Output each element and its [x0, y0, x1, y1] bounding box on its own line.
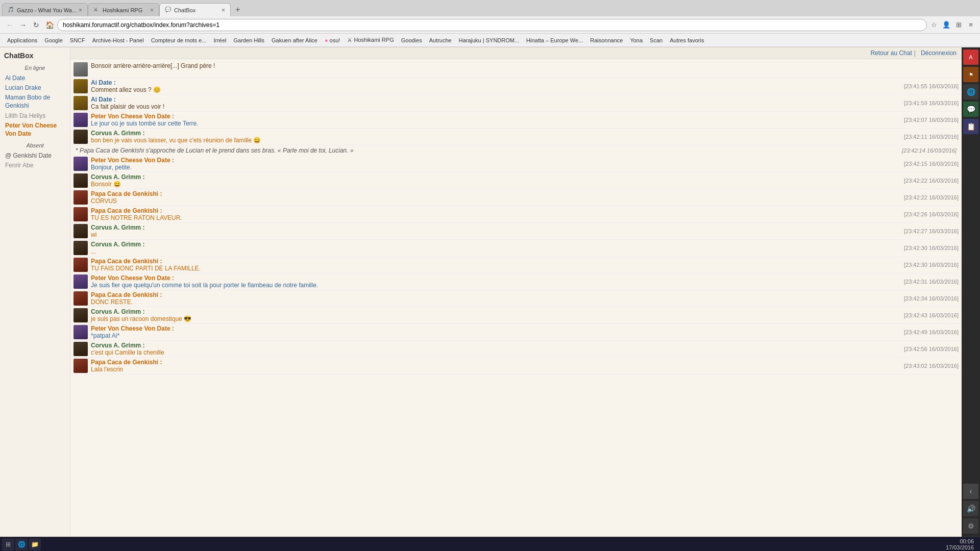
msg-username[interactable]: Ai Date :: [91, 96, 116, 103]
right-icon-3[interactable]: 🌐: [963, 84, 978, 99]
sidebar-user-lilith[interactable]: Lilith Da Hellys: [4, 112, 66, 120]
msg-username[interactable]: Peter Von Cheese Von Date :: [91, 113, 174, 120]
browser-chrome: 🎵 Gazzo - What You Wa... × ⚔ Hoshikami R…: [0, 0, 980, 47]
tab-favicon-gazzo: 🎵: [8, 7, 15, 14]
msg-timestamp: [23:42:22 16/03/2016]: [904, 194, 959, 201]
address-bar[interactable]: [57, 19, 927, 31]
message-row: Papa Caca de Genkishi : TU ES NOTRE RATO…: [70, 206, 962, 223]
msg-text: *patpat Ai*: [91, 332, 119, 339]
bookmark-hinatta[interactable]: Hinatta – Europe We...: [523, 36, 586, 44]
bookmark-yona[interactable]: Yona: [627, 36, 646, 44]
sidebar-user-fenrir[interactable]: Fenrir Abe: [4, 161, 66, 169]
right-icon-4[interactable]: 💬: [963, 102, 978, 117]
taskbar-browser[interactable]: 🌐: [15, 538, 28, 550]
sidebar-user-peter[interactable]: Peter Von Cheese Von Date: [4, 121, 66, 138]
msg-username[interactable]: Papa Caca de Genkishi :: [91, 359, 162, 366]
message-row: Peter Von Cheese Von Date : Bonjour, pet…: [70, 156, 962, 172]
back-button[interactable]: ←: [4, 19, 15, 31]
extensions-icon[interactable]: ⊞: [953, 20, 964, 30]
right-icon-collapse[interactable]: ‹: [963, 484, 978, 499]
taskbar-start[interactable]: ⊞: [2, 538, 14, 550]
bookmark-autruche[interactable]: Autruche: [426, 36, 455, 44]
tab-close-chatbox[interactable]: ×: [222, 7, 225, 14]
msg-timestamp: [23:42:07 16/03/2016]: [904, 117, 959, 123]
bookmark-hoshikami[interactable]: ⚔ Hoshikami RPG: [344, 36, 397, 44]
bookmark-autres[interactable]: Autres favoris: [667, 36, 707, 44]
msg-timestamp: [23:41:59 16/03/2016]: [904, 100, 959, 106]
msg-username[interactable]: Papa Caca de Genkishi :: [91, 207, 162, 214]
bookmark-applications[interactable]: Applications: [4, 36, 40, 44]
bookmark-garden[interactable]: Garden Hills: [231, 36, 268, 44]
chatbox-sidebar-title: ChatBox: [4, 52, 66, 60]
msg-text: TU ES NOTRE RATON LAVEUR.: [91, 214, 182, 221]
msg-text: Bonjour, petite.: [91, 164, 132, 171]
msg-username[interactable]: Corvus A. Grimm :: [91, 173, 145, 181]
msg-username[interactable]: Corvus A. Grimm :: [91, 130, 145, 137]
msg-timestamp: [23:42:11 16/03/2016]: [904, 134, 959, 140]
bookmark-star-icon[interactable]: ☆: [929, 20, 939, 30]
bookmark-harajuku[interactable]: Harajuku | SYNDROM...: [456, 36, 522, 44]
right-icon-5[interactable]: 📋: [963, 119, 978, 134]
bookmark-sncf[interactable]: SNCF: [67, 36, 88, 44]
chat-header: Retour au Chat | Déconnexion: [70, 47, 962, 59]
tab-chatbox[interactable]: 💬 ChatBox ×: [159, 3, 231, 16]
tab-favicon-hoshikami: ⚔: [93, 7, 101, 14]
message-row: Corvus A. Grimm : bon ben je vais vous l…: [70, 129, 962, 145]
tab-hoshikami[interactable]: ⚔ Hoshikami RPG ×: [88, 3, 159, 16]
msg-username[interactable]: Papa Caca de Genkishi :: [91, 291, 162, 298]
msg-timestamp: [23:42:49 16/03/2016]: [904, 329, 959, 335]
sidebar-user-genkishi[interactable]: @ Genkishi Date: [4, 152, 66, 160]
tab-close-gazzo[interactable]: ×: [79, 7, 82, 14]
chat-messages: Bonsoir arrière-arrière-arrière[...] Gra…: [70, 59, 962, 537]
bookmark-irreel[interactable]: Irréel: [210, 36, 229, 44]
msg-text: Le jour où je suis tombé sur cette Terre…: [91, 120, 199, 127]
msg-username[interactable]: Corvus A. Grimm :: [91, 241, 145, 248]
msg-username[interactable]: Corvus A. Grimm :: [91, 308, 145, 315]
bookmark-osu[interactable]: ● osu!: [322, 36, 343, 44]
bookmark-raisonnance[interactable]: Raisonnance: [587, 36, 626, 44]
msg-text: c'est qui Camille la chenille: [91, 349, 164, 356]
message-row: Peter Von Cheese Von Date : Je suis fier…: [70, 273, 962, 290]
bookmark-scan[interactable]: Scan: [647, 36, 666, 44]
bookmark-goodies[interactable]: Goodies: [398, 36, 425, 44]
msg-username[interactable]: Papa Caca de Genkishi :: [91, 190, 162, 197]
sidebar-user-maman[interactable]: Maman Bobo de Genkishi: [4, 93, 66, 110]
avatar: [74, 62, 88, 77]
msg-username[interactable]: Papa Caca de Genkishi :: [91, 258, 162, 265]
msg-text: TU FAIS DONC PARTI DE LA FAMILLE.: [91, 265, 201, 272]
msg-username[interactable]: Peter Von Cheese Von Date :: [91, 274, 174, 282]
sidebar-user-lucian[interactable]: Lucian Drake: [4, 84, 66, 92]
msg-username[interactable]: Peter Von Cheese Von Date :: [91, 325, 174, 332]
right-icon-bottom[interactable]: ⚙: [963, 518, 978, 534]
user-icon[interactable]: 👤: [941, 20, 951, 30]
msg-username[interactable]: Corvus A. Grimm :: [91, 342, 145, 349]
bookmark-gakuen[interactable]: Gakuen after Alice: [268, 36, 321, 44]
msg-username[interactable]: Corvus A. Grimm :: [91, 224, 145, 231]
menu-icon[interactable]: ≡: [966, 20, 976, 30]
avatar: [74, 258, 88, 272]
msg-text: bon ben je vais vous laisser, vu que c'e…: [91, 137, 261, 144]
tab-close-hoshikami[interactable]: ×: [150, 7, 154, 14]
sidebar-user-ai-date[interactable]: Ai Date: [4, 74, 66, 82]
avatar: [74, 224, 88, 238]
bookmark-google[interactable]: Google: [41, 36, 65, 44]
message-row: Corvus A. Grimm : ... [23:42:30 16/03/20…: [70, 240, 962, 257]
right-icon-sound[interactable]: 🔊: [963, 501, 978, 516]
taskbar-folder[interactable]: 📁: [29, 538, 41, 550]
system-message: * Papa Caca de Genkishi s'approche de Lu…: [70, 145, 962, 156]
bookmark-compteur[interactable]: Compteur de mots e...: [148, 36, 210, 44]
new-tab-button[interactable]: +: [231, 3, 245, 16]
tab-gazzo[interactable]: 🎵 Gazzo - What You Wa... ×: [2, 3, 88, 16]
deconnexion-link[interactable]: Déconnexion: [921, 49, 957, 57]
msg-text: CORVUS: [91, 197, 117, 205]
message-row: Papa Caca de Genkishi : Lala l'escrin [2…: [70, 358, 962, 374]
home-button[interactable]: 🏠: [44, 19, 55, 31]
bookmark-archive[interactable]: Archive-Host - Panel: [89, 36, 147, 44]
msg-username[interactable]: Ai Date :: [91, 79, 116, 86]
return-to-chat-link[interactable]: Retour au Chat: [870, 49, 912, 57]
right-icon-1[interactable]: A: [963, 49, 978, 65]
right-icon-2[interactable]: ⚑: [963, 67, 978, 82]
refresh-button[interactable]: ↻: [31, 19, 42, 31]
msg-username[interactable]: Peter Von Cheese Von Date :: [91, 157, 174, 164]
forward-button[interactable]: →: [17, 19, 29, 31]
